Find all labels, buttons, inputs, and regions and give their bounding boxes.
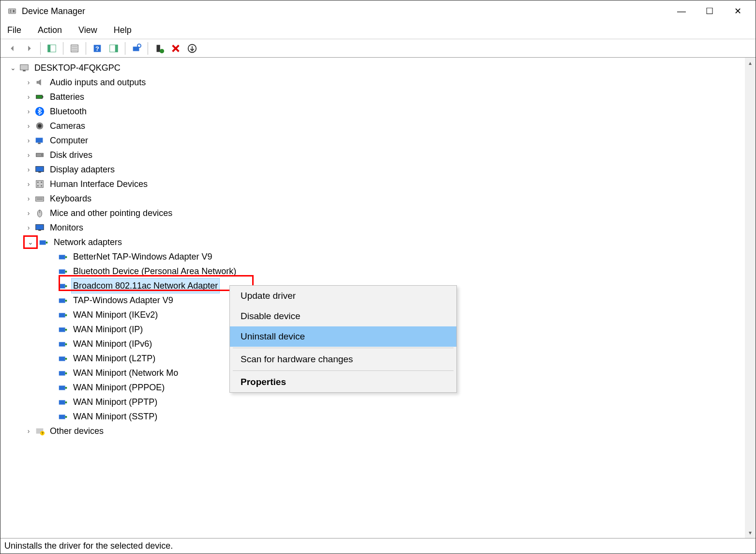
svg-rect-5 xyxy=(48,45,51,52)
chevron-right-icon[interactable]: › xyxy=(24,208,33,218)
device-label: WAN Miniport (L2TP) xyxy=(71,351,157,366)
network-icon xyxy=(58,353,68,364)
scroll-thumb[interactable] xyxy=(745,68,756,527)
chevron-down-icon[interactable]: ⌄ xyxy=(8,63,18,73)
computer-icon xyxy=(19,62,30,73)
category-label: Batteries xyxy=(48,90,86,104)
category-mice-and-other-pointing-devices[interactable]: ›Mice and other pointing devices xyxy=(0,206,756,220)
menu-disable-device[interactable]: Disable device xyxy=(230,306,456,326)
category-human-interface-devices[interactable]: ›Human Interface Devices xyxy=(0,177,756,191)
svg-rect-57 xyxy=(59,327,65,332)
network-icon xyxy=(58,368,68,378)
category-audio-inputs-and-outputs[interactable]: ›Audio inputs and outputs xyxy=(0,75,756,90)
device-label: Bluetooth Device (Personal Area Network) xyxy=(71,264,238,278)
titlebar: Device Manager — ☐ ✕ xyxy=(0,0,756,22)
unknown-device-icon: ? xyxy=(34,426,45,436)
maximize-button[interactable]: ☐ xyxy=(696,0,724,22)
uninstall-device-button[interactable] xyxy=(168,42,183,55)
chevron-right-icon[interactable]: › xyxy=(24,165,33,174)
chevron-right-icon[interactable]: › xyxy=(24,107,33,116)
menu-help[interactable]: Help xyxy=(111,23,135,37)
tree-root-label: DESKTOP-4FQKGPC xyxy=(32,61,122,75)
chevron-right-icon[interactable]: › xyxy=(24,92,33,102)
menu-properties[interactable]: Properties xyxy=(230,372,456,392)
camera-icon xyxy=(34,121,45,131)
help-button[interactable]: ? xyxy=(90,42,105,55)
category-label: Human Interface Devices xyxy=(48,177,150,191)
menu-action[interactable]: Action xyxy=(35,23,65,37)
chevron-down-icon[interactable]: ⌄ xyxy=(24,236,37,248)
device-betternet-tap-windows-adapter-v9[interactable]: BetterNet TAP-Windows Adapter V9 xyxy=(0,249,756,264)
svg-text:?: ? xyxy=(95,45,99,52)
chevron-right-icon[interactable]: › xyxy=(24,223,33,232)
category-keyboards[interactable]: ›Keyboards xyxy=(0,191,756,206)
category-computer[interactable]: ›Computer xyxy=(0,133,756,148)
svg-rect-13 xyxy=(115,45,118,52)
chevron-right-icon[interactable]: › xyxy=(24,121,33,131)
mouse-icon xyxy=(34,208,45,218)
monitor-icon xyxy=(34,222,45,233)
menu-separator xyxy=(233,348,454,348)
chevron-right-icon[interactable]: › xyxy=(24,150,33,160)
toolbar: ? xyxy=(0,39,756,58)
menu-file[interactable]: File xyxy=(4,23,24,37)
menu-uninstall-device[interactable]: Uninstall device xyxy=(230,326,456,347)
svg-rect-51 xyxy=(59,284,65,288)
device-bluetooth-device-personal-area-network-[interactable]: Bluetooth Device (Personal Area Network) xyxy=(0,264,756,278)
category-batteries[interactable]: ›Batteries xyxy=(0,90,756,104)
network-icon xyxy=(58,280,68,291)
menu-view[interactable]: View xyxy=(76,23,100,37)
chevron-right-icon[interactable]: › xyxy=(24,136,33,145)
svg-rect-62 xyxy=(65,358,67,360)
device-wan-miniport-pptp-[interactable]: WAN Miniport (PPTP) xyxy=(0,395,756,409)
svg-rect-32 xyxy=(38,172,41,173)
svg-rect-46 xyxy=(46,242,48,244)
update-driver-button[interactable] xyxy=(185,42,199,55)
keyboard-icon xyxy=(34,193,45,204)
menu-update-driver[interactable]: Update driver xyxy=(230,286,456,306)
category-disk-drives[interactable]: ›Disk drives xyxy=(0,148,756,162)
window-controls: — ☐ ✕ xyxy=(667,0,752,22)
scroll-up-arrow[interactable]: ▴ xyxy=(745,58,756,68)
network-icon xyxy=(58,382,68,393)
minimize-button[interactable]: — xyxy=(667,0,696,22)
svg-point-17 xyxy=(160,48,164,53)
chevron-right-icon[interactable]: › xyxy=(24,77,33,87)
svg-rect-53 xyxy=(59,298,65,303)
category-display-adapters[interactable]: ›Display adapters xyxy=(0,162,756,177)
chevron-right-icon[interactable]: › xyxy=(24,179,33,189)
vertical-scrollbar[interactable]: ▴ ▾ xyxy=(745,58,756,538)
enable-device-button[interactable] xyxy=(152,42,166,55)
svg-text:?: ? xyxy=(41,431,43,435)
category-label: Display adapters xyxy=(48,162,117,177)
scroll-down-arrow[interactable]: ▾ xyxy=(745,527,756,538)
properties-button[interactable] xyxy=(67,42,82,55)
window-title: Device Manager xyxy=(22,6,85,16)
menu-separator xyxy=(233,370,454,371)
category-network-adapters[interactable]: ⌄ Network adapters xyxy=(0,235,756,249)
device-manager-icon xyxy=(7,6,17,16)
device-tree: ⌄ DESKTOP-4FQKGPC ›Audio inputs and outp… xyxy=(0,58,756,538)
forward-button[interactable] xyxy=(22,42,36,55)
category-cameras[interactable]: ›Cameras xyxy=(0,119,756,133)
svg-rect-48 xyxy=(65,256,67,258)
device-label: Broadcom 802.11ac Network Adapter xyxy=(71,278,220,293)
back-button[interactable] xyxy=(5,42,20,55)
chevron-right-icon[interactable]: › xyxy=(24,426,33,436)
device-label: BetterNet TAP-Windows Adapter V9 xyxy=(71,249,214,264)
network-icon xyxy=(58,397,68,407)
network-icon xyxy=(58,309,68,320)
close-button[interactable]: ✕ xyxy=(724,0,752,22)
show-hide-console-tree-button[interactable] xyxy=(45,42,59,55)
device-wan-miniport-sstp-[interactable]: WAN Miniport (SSTP) xyxy=(0,409,756,424)
tree-root[interactable]: ⌄ DESKTOP-4FQKGPC xyxy=(0,61,756,75)
chevron-right-icon[interactable]: › xyxy=(24,194,33,203)
action-pane-button[interactable] xyxy=(106,42,121,55)
category-label: Network adapters xyxy=(52,235,124,249)
category-bluetooth[interactable]: ›Bluetooth xyxy=(0,104,756,119)
category-monitors[interactable]: ›Monitors xyxy=(0,220,756,235)
svg-rect-60 xyxy=(65,343,67,345)
scan-hardware-button[interactable] xyxy=(129,42,144,55)
category-other-devices[interactable]: › ? Other devices xyxy=(0,424,756,438)
menu-scan-hardware[interactable]: Scan for hardware changes xyxy=(230,349,456,369)
